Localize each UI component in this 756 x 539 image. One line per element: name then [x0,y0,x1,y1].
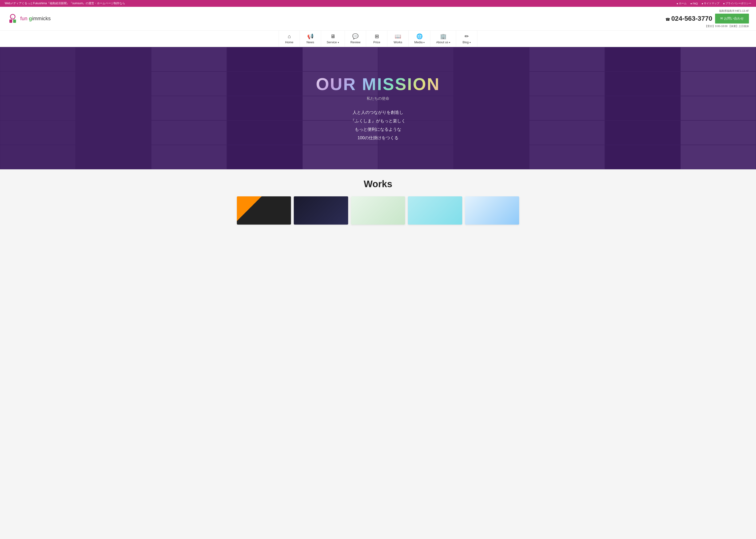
nav-works[interactable]: 📖 Works [387,31,409,47]
main-nav: ⌂ Home 📢 News 🖥 Service ▾ 💬 Review ⊞ Pri… [0,31,756,47]
nav-news[interactable]: 📢 News [300,31,321,47]
header-phone-block: ☎ 024-563-3770 [665,15,712,22]
topnav-sitemap[interactable]: ● サイトマップ [702,2,719,5]
header-right: 福島県福島市大町1-13-4F ☎ 024-563-3770 ✉ お問い合わせ … [665,9,749,28]
top-bar-announcement: WebメディアぐるっとFukushima『福島経済新聞』『sumsum』の運営・… [5,1,125,5]
works-card-2[interactable] [294,196,348,225]
works-card-1[interactable] [237,196,291,225]
hero-subtitle: 私たちの使命 [316,96,440,101]
works-thumb-1 [237,196,291,225]
works-section: Works [0,169,756,229]
nav-price[interactable]: ⊞ Price [366,31,387,47]
works-card-4[interactable] [408,196,462,225]
svg-text:+: + [11,16,13,19]
hero-body: 人と人のつながりを創造し 『ふくしま』がもっと楽しく もっと便利になるような 1… [316,108,440,142]
works-grid [237,196,519,225]
phone-prefix: ☎ [665,17,670,21]
works-card-3[interactable] [351,196,405,225]
works-thumb-2 [294,196,348,225]
top-bar: WebメディアぐるっとFukushima『福島経済新聞』『sumsum』の運営・… [0,0,756,7]
hero-line-1: 人と人のつながりを創造し [316,108,440,116]
contact-button[interactable]: ✉ お問い合わせ [715,14,749,24]
service-icon: 🖥 [330,34,335,39]
svg-rect-1 [9,20,12,23]
topnav-privacy[interactable]: ● プライバシーポリシー [723,2,751,5]
works-title: Works [5,179,751,189]
about-icon: 🏢 [440,34,447,39]
header-phone-row: ☎ 024-563-3770 ✉ お問い合わせ [665,14,749,24]
works-icon: 📖 [395,34,401,39]
hero-content: OUR MISSION 私たちの使命 人と人のつながりを創造し 『ふくしま』がも… [316,75,440,142]
nav-service[interactable]: 🖥 Service ▾ [321,31,345,47]
media-icon: 🌐 [416,34,423,39]
nav-media[interactable]: 🌐 Media ▾ [409,31,430,47]
hero-line-2: 『ふくしま』がもっと楽しく [316,116,440,125]
blog-icon: ✏ [464,34,469,39]
phone-number: 024-563-3770 [671,15,712,22]
topnav-faq[interactable]: ● FAQ [690,2,698,5]
news-icon: 📢 [307,34,313,39]
hero-title: OUR MISSION [316,75,440,94]
top-bar-nav: ● ホーム ● FAQ ● サイトマップ ● プライバシーポリシー [677,2,751,5]
works-thumb-4 [408,196,462,225]
nav-about[interactable]: 🏢 About us ▾ [430,31,456,47]
hero-line-3: もっと便利になるような [316,125,440,133]
nav-blog[interactable]: ✏ Blog ▾ [456,31,477,47]
price-icon: ⊞ [375,34,379,39]
nav-home[interactable]: ⌂ Home [279,31,300,47]
nav-review[interactable]: 💬 Review [345,31,367,47]
hero-line-4: 100の仕掛けをつくる [316,133,440,142]
header: + fun gimmicks 福島県福島市大町1-13-4F ☎ 024-563… [0,7,756,31]
hero-section: // Will be generated inline below OUR MI… [0,47,756,169]
home-icon: ⌂ [288,34,291,39]
works-card-5[interactable] [465,196,519,225]
header-hours: 【受付】9:00-18:00 【休業】土日祝休 [705,25,749,28]
works-thumb-3 [351,196,405,225]
topnav-home[interactable]: ● ホーム [677,2,687,5]
svg-point-0 [10,14,15,19]
header-address: 福島県福島市大町1-13-4F [719,9,749,13]
logo-text: fun gimmicks [20,16,51,22]
svg-rect-2 [13,20,16,23]
works-thumb-5 [465,196,519,225]
logo-icon: + [7,13,18,24]
review-icon: 💬 [352,34,359,39]
logo-area: + fun gimmicks [7,13,51,24]
